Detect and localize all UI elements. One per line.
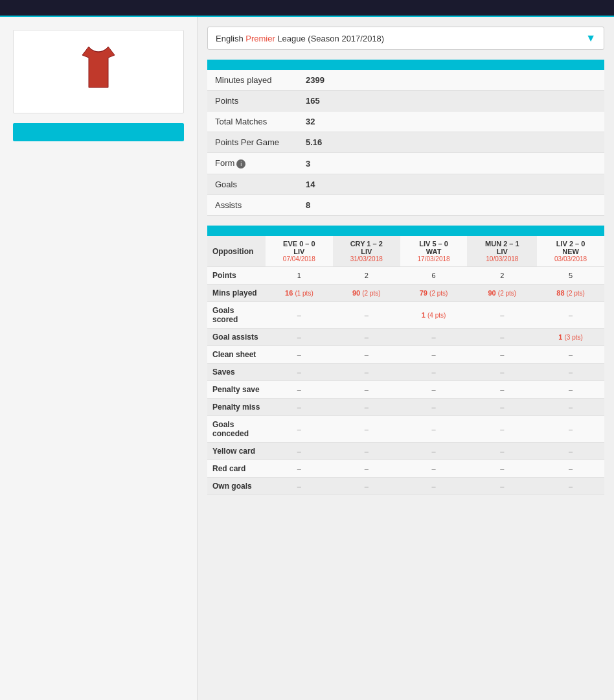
game-header-4: LIV 2 – 0 NEW 03/03/2018 <box>537 236 604 267</box>
game-result-2-0: LIV <box>271 248 328 255</box>
games-stat-value: – <box>333 364 400 381</box>
games-stat-label: Penalty save <box>207 381 266 399</box>
last5-header <box>207 226 604 236</box>
games-stat-label: Penalty miss <box>207 399 266 416</box>
games-stat-value: – <box>400 364 468 381</box>
player-info-modal: English Premier League (Season 2017/2018… <box>0 0 614 700</box>
player-shirt <box>76 43 121 92</box>
dash-value: – <box>365 465 369 472</box>
dash-value: – <box>500 368 504 376</box>
add-player-button[interactable] <box>13 123 184 141</box>
info-icon[interactable]: i <box>236 159 245 169</box>
stat-value: 8 <box>298 195 604 216</box>
pts-value: (1 pts) <box>295 290 313 297</box>
game-result-1-0: EVE 0 – 0 <box>271 240 328 248</box>
games-stat-value: 88 (2 pts) <box>537 285 604 302</box>
dash-value: – <box>297 425 301 433</box>
games-stat-value: 16 (1 pts) <box>266 285 333 302</box>
games-stat-value: – <box>333 329 400 346</box>
dash-value: – <box>297 465 301 472</box>
stat-label: Total Matches <box>207 111 298 132</box>
last5-table: Opposition EVE 0 – 0 LIV 07/04/2018 CRY … <box>207 236 604 495</box>
game-result-1-1: CRY 1 – 2 <box>338 240 395 248</box>
games-stat-value: – <box>537 478 604 495</box>
games-stat-value: – <box>537 399 604 416</box>
games-stat-label: Clean sheet <box>207 346 266 364</box>
games-stat-value: – <box>537 460 604 478</box>
games-stat-value: 5 <box>537 267 604 285</box>
stat-label: Assists <box>207 195 298 216</box>
dash-value: – <box>365 403 369 411</box>
dash-value: – <box>569 386 573 393</box>
games-stat-value: – <box>400 346 468 364</box>
games-stat-value: 2 <box>333 267 400 285</box>
pts-value: (2 pts) <box>567 290 585 297</box>
league-highlight: Premier <box>245 34 275 43</box>
games-stat-value: – <box>400 460 468 478</box>
game-result-2-3: LIV <box>472 248 532 255</box>
games-stat-value: – <box>266 381 333 399</box>
overall-stats-table: Minutes played2399Points165Total Matches… <box>207 70 604 216</box>
games-stat-value: – <box>266 302 333 329</box>
games-stat-value: – <box>467 443 537 460</box>
games-stat-value: – <box>333 346 400 364</box>
games-stat-value: – <box>266 346 333 364</box>
dash-value: – <box>297 403 301 411</box>
game-header-3: MUN 2 – 1 LIV 10/03/2018 <box>467 236 537 267</box>
games-stat-value: – <box>467 329 537 346</box>
game-date-2: 17/03/2018 <box>405 255 462 262</box>
overall-stats-header <box>207 60 604 70</box>
games-stat-value: 90 (2 pts) <box>333 285 400 302</box>
games-stat-value: – <box>333 443 400 460</box>
dash-value: – <box>432 482 436 490</box>
dash-value: – <box>297 311 301 319</box>
dash-value: – <box>432 351 436 358</box>
dash-value: – <box>569 368 573 376</box>
game-result-2-4: NEW <box>542 248 599 255</box>
opposition-label: Opposition <box>207 236 266 267</box>
dash-value: – <box>432 465 436 472</box>
game-result-2-1: LIV <box>338 248 395 255</box>
player-card <box>13 30 184 113</box>
dash-value: – <box>569 425 573 433</box>
dash-value: – <box>569 482 573 490</box>
game-result-2-2: WAT <box>405 248 462 255</box>
stat-label: Formi <box>207 153 298 174</box>
pts-value: (2 pts) <box>429 290 448 297</box>
games-stat-value: – <box>333 302 400 329</box>
stat-value: 165 <box>298 91 604 111</box>
games-stat-value: – <box>266 329 333 346</box>
dropdown-arrow-icon: ▼ <box>586 32 596 44</box>
dash-value: – <box>569 447 573 455</box>
dash-value: – <box>432 425 436 433</box>
mins-value: 90 <box>352 289 360 297</box>
dash-value: – <box>569 351 573 358</box>
games-stat-value: – <box>266 399 333 416</box>
modal-header <box>0 0 614 17</box>
dash-value: – <box>569 465 573 472</box>
games-stat-value: – <box>537 346 604 364</box>
pts-value: (4 pts) <box>427 312 446 319</box>
games-stat-value: – <box>266 364 333 381</box>
dash-value: – <box>432 333 436 341</box>
games-stat-value: 79 (2 pts) <box>400 285 468 302</box>
games-stat-value: – <box>400 399 468 416</box>
stat-value: 32 <box>298 111 604 132</box>
dash-value: – <box>365 351 369 358</box>
games-stat-label: Saves <box>207 364 266 381</box>
dash-value: – <box>500 447 504 455</box>
league-select[interactable]: English Premier League (Season 2017/2018… <box>207 27 604 50</box>
games-stat-value: – <box>333 416 400 443</box>
games-stat-value: – <box>266 443 333 460</box>
league-select-text: English Premier League (Season 2017/2018… <box>216 34 586 43</box>
games-stat-value: 6 <box>400 267 468 285</box>
games-stat-value: – <box>333 399 400 416</box>
games-stat-value: – <box>467 302 537 329</box>
games-stat-value: – <box>266 478 333 495</box>
game-result-1-4: LIV 2 – 0 <box>542 240 599 248</box>
pts-value: (2 pts) <box>362 290 380 297</box>
game-header-0: EVE 0 – 0 LIV 07/04/2018 <box>266 236 333 267</box>
games-stat-label: Goal assists <box>207 329 266 346</box>
league-text-1: English <box>216 34 245 43</box>
pts-value: (3 pts) <box>565 334 583 341</box>
